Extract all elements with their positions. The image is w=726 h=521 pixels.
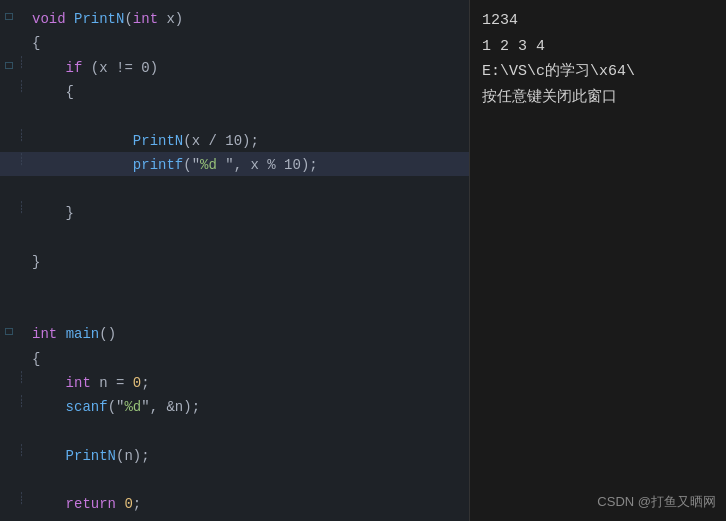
- gutter-marker: [0, 104, 18, 106]
- line-content: [28, 467, 469, 469]
- code-line: ┊ int n = 0;: [0, 370, 469, 394]
- gutter-marker: [0, 419, 18, 421]
- code-area: □ void PrintN(int x) {□┊ if (x != 0)┊ { …: [0, 0, 469, 521]
- code-line: {: [0, 346, 469, 370]
- code-line: ┊ PrintN(n);: [0, 443, 469, 467]
- indent-guide: ┊: [18, 370, 28, 388]
- indent-guide: ┊: [18, 394, 28, 412]
- output-line: 1 2 3 4: [482, 34, 714, 60]
- indent-guide: ┊: [18, 491, 28, 509]
- line-content: {: [28, 79, 469, 103]
- gutter-marker: [0, 491, 18, 493]
- line-content: PrintN(n);: [28, 443, 469, 467]
- output-line: E:\VS\c的学习\x64\: [482, 59, 714, 85]
- code-line: □ void PrintN(int x): [0, 6, 469, 30]
- gutter-marker: [0, 515, 18, 517]
- code-line: ┊ scanf("%d", &n);: [0, 394, 469, 418]
- code-line: [0, 273, 469, 297]
- code-line: }: [0, 515, 469, 521]
- gutter-marker: [0, 249, 18, 251]
- line-content: return 0;: [28, 491, 469, 515]
- gutter-marker: □: [0, 6, 18, 27]
- code-line: {: [0, 30, 469, 54]
- output-text: 12341 2 3 4E:\VS\c的学习\x64\按任意键关闭此窗口: [482, 8, 714, 110]
- gutter-marker: [0, 346, 18, 348]
- gutter-marker: [0, 370, 18, 372]
- line-content: [28, 419, 469, 421]
- code-panel: □ void PrintN(int x) {□┊ if (x != 0)┊ { …: [0, 0, 470, 521]
- code-line: [0, 176, 469, 200]
- line-content: int n = 0;: [28, 370, 469, 394]
- line-content: PrintN(x / 10);: [28, 128, 469, 152]
- output-line: 1234: [482, 8, 714, 34]
- indent-guide: ┊: [18, 128, 28, 146]
- line-content: scanf("%d", &n);: [28, 394, 469, 418]
- gutter-marker: [0, 225, 18, 227]
- code-line: [0, 467, 469, 491]
- indent-guide: ┊: [18, 55, 28, 73]
- code-line: ┊ {: [0, 79, 469, 103]
- gutter-marker: [0, 200, 18, 202]
- gutter-marker: □: [0, 55, 18, 76]
- line-content: [28, 104, 469, 106]
- line-content: [28, 176, 469, 178]
- gutter-marker: [0, 152, 18, 154]
- gutter-marker: [0, 443, 18, 445]
- gutter-marker: [0, 176, 18, 178]
- code-line: [0, 419, 469, 443]
- line-content: [28, 297, 469, 299]
- indent-guide: ┊: [18, 152, 28, 170]
- line-content: {: [28, 30, 469, 54]
- main-container: □ void PrintN(int x) {□┊ if (x != 0)┊ { …: [0, 0, 726, 521]
- gutter-marker: [0, 30, 18, 32]
- line-content: int main(): [28, 321, 469, 345]
- line-content: {: [28, 346, 469, 370]
- gutter-marker: [0, 273, 18, 275]
- code-line: ┊ }: [0, 200, 469, 224]
- indent-guide: ┊: [18, 79, 28, 97]
- line-content: }: [28, 249, 469, 273]
- code-line: ┊ return 0;: [0, 491, 469, 515]
- code-line: □┊ if (x != 0): [0, 55, 469, 79]
- line-content: [28, 273, 469, 275]
- gutter-marker: [0, 394, 18, 396]
- code-line: [0, 297, 469, 321]
- gutter-marker: [0, 297, 18, 299]
- line-content: [28, 225, 469, 227]
- code-line: [0, 225, 469, 249]
- line-content: void PrintN(int x): [28, 6, 469, 30]
- indent-guide: ┊: [18, 200, 28, 218]
- line-content: }: [28, 515, 469, 521]
- gutter-marker: [0, 79, 18, 81]
- code-line: ┊ printf("%d ", x % 10);: [0, 152, 469, 176]
- code-line: [0, 104, 469, 128]
- code-line: }: [0, 249, 469, 273]
- code-line: □ int main(): [0, 321, 469, 345]
- line-content: printf("%d ", x % 10);: [28, 152, 469, 176]
- code-line: ┊ PrintN(x / 10);: [0, 128, 469, 152]
- gutter-marker: □: [0, 321, 18, 342]
- line-content: }: [28, 200, 469, 224]
- line-content: if (x != 0): [28, 55, 469, 79]
- gutter-marker: [0, 467, 18, 469]
- output-line: 按任意键关闭此窗口: [482, 85, 714, 111]
- indent-guide: ┊: [18, 443, 28, 461]
- output-panel: 12341 2 3 4E:\VS\c的学习\x64\按任意键关闭此窗口 CSDN…: [470, 0, 726, 521]
- csdn-watermark: CSDN @打鱼又晒网: [597, 493, 716, 511]
- gutter-marker: [0, 128, 18, 130]
